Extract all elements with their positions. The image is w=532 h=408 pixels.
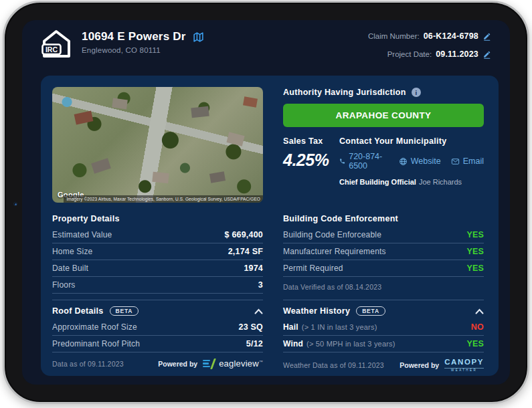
- canopy-logo: CANOPY WEATHER: [444, 359, 484, 373]
- table-row: Manufacturer Requirements YES: [283, 243, 484, 260]
- edit-date-icon[interactable]: [482, 50, 491, 59]
- map-roof: [209, 171, 226, 183]
- table-row: Permit Required YES: [283, 260, 484, 277]
- phone-link[interactable]: 720-874-6500: [339, 152, 389, 171]
- table-row: Estimated Value $ 669,400: [52, 227, 263, 243]
- status-value: YES: [466, 339, 484, 348]
- globe-icon: [399, 157, 408, 166]
- status-value: NO: [471, 322, 484, 332]
- map-attribution: Imagery ©2023 Airbus, Maxar Technologies…: [64, 195, 263, 203]
- eagleview-logo: eagleview™: [203, 359, 263, 369]
- municipality-contact: Contact Your Municipality 720-874-6500 W…: [339, 136, 484, 186]
- claim-number-row: Claim Number: 06-K124-6798: [368, 31, 491, 41]
- app-header: IRC 10694 E Powers Dr Englewood, CO 8011…: [22, 20, 510, 76]
- ahj-section: Authority Having Jurisdiction i ARAPAHOE…: [283, 87, 484, 203]
- address-title: 10694 E Powers Dr: [82, 30, 186, 43]
- table-row: Approximate Roof Size 23 SQ: [52, 319, 263, 336]
- project-date-value: 09.11.2023: [436, 49, 478, 59]
- canopy-wordmark: CANOPY: [444, 359, 484, 367]
- row-value: 5/12: [246, 339, 263, 348]
- sales-tax-label: Sales Tax: [283, 136, 339, 146]
- report-card: Google Imagery ©2023 Airbus, Maxar Techn…: [41, 76, 499, 376]
- row-label: Building Code Enforceable: [283, 230, 381, 239]
- beta-badge: BETA: [356, 306, 385, 316]
- app-screen: IRC 10694 E Powers Dr Englewood, CO 8011…: [22, 20, 510, 385]
- row-value: 3: [258, 280, 263, 290]
- building-code-section: Building Code Enforcement Building Code …: [283, 211, 484, 294]
- row-label: Estimated Value: [52, 230, 112, 239]
- building-code-title: Building Code Enforcement: [283, 214, 398, 223]
- eagleview-wordmark: eagleview™: [219, 359, 263, 369]
- tablet-camera: [13, 202, 17, 206]
- map-icon[interactable]: [193, 31, 204, 43]
- status-value: YES: [466, 264, 484, 273]
- table-row: Date Built 1974: [52, 260, 263, 277]
- project-date-row: Project Date: 09.11.2023: [368, 49, 491, 60]
- building-official: Chief Building OfficialJoe Richards: [339, 178, 484, 186]
- logo-text: IRC: [46, 45, 58, 54]
- property-address: 10694 E Powers Dr Englewood, CO 80111: [82, 30, 204, 54]
- map-roof: [226, 132, 244, 146]
- row-label: Floors: [52, 280, 76, 290]
- sales-tax-value: 4.25%: [283, 150, 339, 170]
- row-label: Hail: [283, 322, 298, 332]
- table-row: Hail(> 1 IN in last 3 years) NO: [283, 319, 484, 336]
- map-roof: [91, 158, 111, 173]
- claim-meta: Claim Number: 06-K124-6798 Project Date:…: [368, 31, 491, 67]
- table-row: Building Code Enforceable YES: [283, 227, 484, 243]
- table-row: Predominant Roof Pitch 5/12: [52, 336, 263, 352]
- roof-data-note: Data as of 09.11.2023: [52, 360, 124, 368]
- official-title: Chief Building Official: [339, 178, 416, 186]
- row-sublabel: (> 50 MPH in last 3 years): [306, 340, 395, 348]
- claim-number-value: 06-K124-6798: [424, 31, 478, 41]
- map-roof: [112, 98, 128, 110]
- table-row: Wind(> 50 MPH in last 3 years) YES: [283, 336, 484, 352]
- weather-history-section: Weather History BETA Hail(> 1 IN in last…: [283, 300, 484, 373]
- row-sublabel: (> 1 IN in last 3 years): [302, 323, 377, 331]
- powered-by-label: Powered by: [158, 360, 197, 368]
- email-link[interactable]: Email: [451, 157, 484, 166]
- map-roof: [74, 110, 94, 124]
- sales-tax-block: Sales Tax 4.25%: [283, 136, 339, 186]
- info-icon[interactable]: i: [412, 88, 421, 97]
- eagleview-mark-icon: [203, 359, 215, 369]
- tablet-frame: IRC 10694 E Powers Dr Englewood, CO 8011…: [3, 1, 529, 404]
- claim-number-label: Claim Number:: [368, 32, 420, 40]
- page: IRC 10694 E Powers Dr Englewood, CO 8011…: [0, 0, 532, 408]
- row-value: $ 669,400: [225, 230, 263, 239]
- row-label: Predominant Roof Pitch: [52, 339, 140, 348]
- chevron-up-icon: [254, 308, 263, 314]
- phone-icon: [339, 157, 345, 165]
- address-subtitle: Englewood, CO 80111: [82, 46, 204, 54]
- row-label: Home Size: [52, 247, 93, 256]
- row-value: 23 SQ: [239, 322, 263, 332]
- map-roof: [152, 172, 169, 183]
- roof-details-section: Roof Details BETA Approximate Roof Size …: [52, 300, 263, 373]
- table-row: Floors 3: [52, 277, 263, 294]
- map-roof: [191, 106, 209, 118]
- website-label: Website: [411, 157, 441, 166]
- powered-by-label: Powered by: [400, 361, 439, 369]
- row-value: 2,174 SF: [228, 247, 263, 256]
- row-label: Wind: [283, 339, 303, 348]
- edit-claim-icon[interactable]: [482, 32, 491, 41]
- envelope-icon: [451, 157, 460, 166]
- status-value: YES: [466, 230, 484, 239]
- collapse-roof-button[interactable]: [254, 308, 263, 314]
- row-label: Permit Required: [283, 264, 343, 273]
- canopy-subtext: WEATHER: [444, 368, 484, 373]
- row-label: Date Built: [52, 264, 88, 273]
- project-date-label: Project Date:: [387, 50, 432, 58]
- beta-badge: BETA: [110, 306, 139, 316]
- collapse-weather-button[interactable]: [475, 308, 484, 314]
- satellite-map[interactable]: Google Imagery ©2023 Airbus, Maxar Techn…: [52, 87, 263, 203]
- chevron-up-icon: [475, 308, 484, 314]
- email-label: Email: [463, 157, 484, 166]
- roof-details-title: Roof Details: [52, 306, 104, 316]
- website-link[interactable]: Website: [399, 157, 441, 166]
- jurisdiction-button[interactable]: ARAPAHOE COUNTY: [283, 104, 484, 127]
- weather-history-title: Weather History: [283, 306, 350, 316]
- ahj-title: Authority Having Jurisdiction: [283, 88, 406, 97]
- phone-number: 720-874-6500: [349, 152, 389, 171]
- verified-note: Data Verified as of 08.14.2023: [283, 283, 484, 291]
